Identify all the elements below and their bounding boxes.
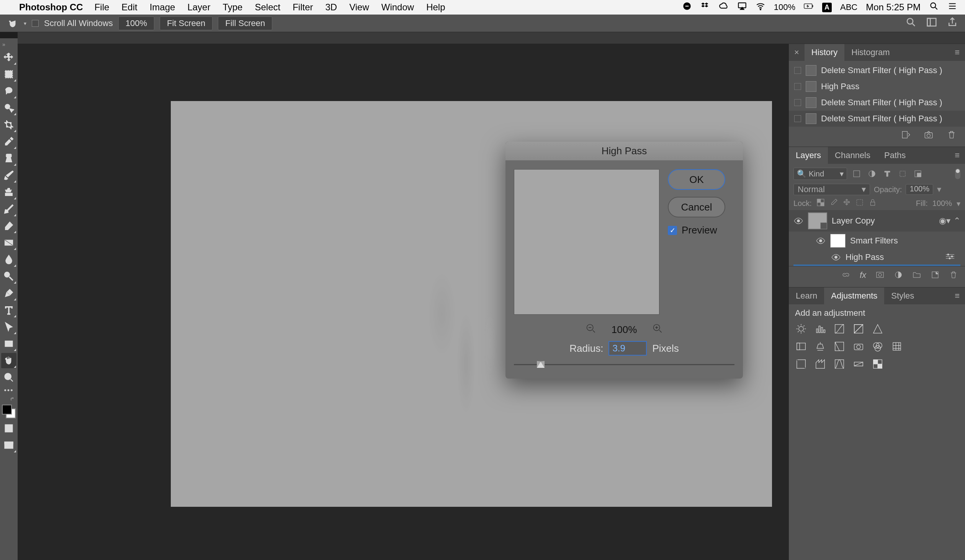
tab-channels[interactable]: Channels xyxy=(828,147,877,164)
dropbox-icon[interactable] xyxy=(700,1,710,13)
menubar-extra-1-icon[interactable] xyxy=(682,1,692,13)
cancel-button[interactable]: Cancel xyxy=(668,197,725,217)
menu-edit[interactable]: Edit xyxy=(121,2,137,13)
smart-filter-indicator-icon[interactable]: ◉▾ xyxy=(939,216,950,226)
lock-paint-icon[interactable] xyxy=(829,198,838,209)
blend-mode-select[interactable]: Normal▾ xyxy=(793,184,870,195)
vibrance-icon[interactable] xyxy=(872,323,884,335)
airplay-icon[interactable] xyxy=(737,1,747,13)
healing-brush-tool[interactable] xyxy=(1,151,16,166)
tab-learn[interactable]: Learn xyxy=(789,287,824,304)
delete-state-icon[interactable] xyxy=(947,130,957,142)
tab-styles[interactable]: Styles xyxy=(884,287,921,304)
zoom-in-icon[interactable] xyxy=(652,323,663,336)
menu-filter[interactable]: Filter xyxy=(293,2,313,13)
smart-filter-item[interactable]: High Pass xyxy=(789,250,965,264)
swap-colors-icon[interactable] xyxy=(1,396,16,402)
invert-icon[interactable] xyxy=(795,358,807,370)
group-icon[interactable] xyxy=(912,270,921,282)
radius-slider[interactable] xyxy=(514,359,734,370)
rectangle-tool[interactable] xyxy=(1,336,16,351)
history-item[interactable]: High Pass xyxy=(789,78,965,95)
creative-cloud-icon[interactable] xyxy=(719,1,729,13)
filter-mask-thumbnail[interactable] xyxy=(830,234,846,248)
panel-close-icon[interactable]: × xyxy=(789,47,805,57)
new-doc-from-state-icon[interactable] xyxy=(901,130,911,142)
menu-type[interactable]: Type xyxy=(222,2,242,13)
layer-name[interactable]: Layer Copy xyxy=(832,216,875,226)
adjustment-layer-icon[interactable] xyxy=(894,270,903,282)
layer-mask-icon[interactable] xyxy=(875,270,885,282)
dodge-tool[interactable] xyxy=(1,269,16,284)
workspace-icon[interactable] xyxy=(926,16,937,30)
ok-button[interactable]: OK xyxy=(668,169,725,190)
brush-tool[interactable] xyxy=(1,168,16,183)
curves-icon[interactable] xyxy=(833,323,846,335)
filter-shape-icon[interactable] xyxy=(897,168,908,180)
input-source-icon[interactable]: A xyxy=(822,3,832,12)
selective-color-icon[interactable] xyxy=(872,358,884,370)
quick-select-tool[interactable] xyxy=(1,100,16,116)
path-select-tool[interactable] xyxy=(1,319,16,335)
visibility-icon[interactable] xyxy=(816,236,826,246)
history-brush-tool[interactable] xyxy=(1,201,16,217)
wifi-icon[interactable] xyxy=(756,1,765,13)
filter-smart-icon[interactable] xyxy=(912,168,924,180)
edit-toolbar-icon[interactable]: ••• xyxy=(4,387,14,395)
lock-artboard-icon[interactable] xyxy=(855,198,864,209)
lasso-tool[interactable] xyxy=(1,83,16,99)
foreground-color-swatch[interactable] xyxy=(2,405,12,415)
hue-sat-icon[interactable] xyxy=(795,340,807,353)
menu-layer[interactable]: Layer xyxy=(187,2,210,13)
layer-style-icon[interactable]: fx xyxy=(860,270,866,282)
tools-expand-icon[interactable]: » xyxy=(0,41,18,48)
gradient-tool[interactable] xyxy=(1,235,16,250)
menu-3d[interactable]: 3D xyxy=(325,2,337,13)
panel-menu-icon[interactable]: ≡ xyxy=(949,291,965,301)
share-icon[interactable] xyxy=(947,16,958,30)
color-balance-icon[interactable] xyxy=(814,340,826,353)
zoom-percent-button[interactable]: 100% xyxy=(118,16,154,30)
history-item[interactable]: Delete Smart Filter ( High Pass ) xyxy=(789,111,965,127)
quick-mask-tool[interactable] xyxy=(1,421,16,436)
color-lookup-icon[interactable] xyxy=(891,340,903,353)
color-swatches[interactable] xyxy=(1,404,16,419)
preview-checkbox[interactable]: ✓ xyxy=(668,226,677,235)
history-item[interactable]: Delete Smart Filter ( High Pass ) xyxy=(789,95,965,111)
tab-paths[interactable]: Paths xyxy=(877,147,913,164)
type-tool[interactable] xyxy=(1,302,16,318)
filter-pixel-icon[interactable] xyxy=(851,168,862,180)
link-layers-icon[interactable] xyxy=(841,270,851,282)
menu-help[interactable]: Help xyxy=(426,2,445,13)
lock-all-icon[interactable] xyxy=(869,198,877,209)
notification-center-icon[interactable] xyxy=(947,1,957,13)
fit-screen-button[interactable]: Fit Screen xyxy=(160,16,213,30)
history-item[interactable]: Delete Smart Filter ( High Pass ) xyxy=(789,62,965,78)
layer-row[interactable]: Layer Copy ◉▾⌃ xyxy=(789,210,965,232)
layer-expand-icon[interactable]: ⌃ xyxy=(954,216,960,226)
snapshot-icon[interactable] xyxy=(924,130,934,142)
lock-position-icon[interactable] xyxy=(842,198,851,209)
tool-preset-chevron-icon[interactable]: ▾ xyxy=(24,20,26,26)
spotlight-icon[interactable] xyxy=(929,1,939,13)
tab-histogram[interactable]: Histogram xyxy=(844,44,896,61)
zoom-tool[interactable] xyxy=(1,370,16,385)
photo-filter-icon[interactable] xyxy=(852,340,865,353)
fill-screen-button[interactable]: Fill Screen xyxy=(218,16,272,30)
new-layer-icon[interactable] xyxy=(931,270,940,282)
filter-type-icon[interactable] xyxy=(882,168,893,180)
panel-menu-icon[interactable]: ≡ xyxy=(949,150,965,160)
filter-adjust-icon[interactable] xyxy=(866,168,878,180)
crop-tool[interactable] xyxy=(1,117,16,132)
tab-layers[interactable]: Layers xyxy=(789,147,828,164)
hand-tool[interactable] xyxy=(1,353,16,368)
posterize-icon[interactable] xyxy=(814,358,826,370)
lock-transparency-icon[interactable] xyxy=(816,198,825,209)
layer-thumbnail[interactable] xyxy=(808,212,827,229)
menu-view[interactable]: View xyxy=(349,2,369,13)
clone-stamp-tool[interactable] xyxy=(1,184,16,200)
pen-tool[interactable] xyxy=(1,286,16,301)
menubar-clock[interactable]: Mon 5:25 PM xyxy=(866,2,921,13)
channel-mixer-icon[interactable] xyxy=(872,340,884,353)
hand-tool-preset-icon[interactable] xyxy=(7,18,18,29)
